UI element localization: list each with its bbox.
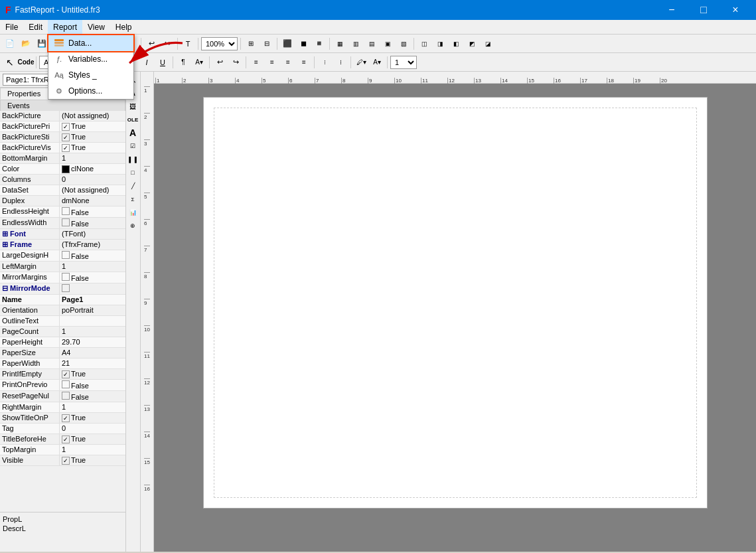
tool-shape[interactable]: □ xyxy=(126,166,139,179)
sep9 xyxy=(414,38,414,50)
ruler-tick: 8 xyxy=(341,78,368,84)
ruler-tick: 14 xyxy=(500,78,527,84)
svg-rect-2 xyxy=(54,44,64,46)
left-align-text[interactable]: ≡ xyxy=(249,55,264,70)
undo-button[interactable]: ↩ xyxy=(144,37,159,51)
size5-btn[interactable]: ◪ xyxy=(481,37,495,51)
menu-options[interactable]: ⚙ Options... xyxy=(48,83,133,99)
ruler-tick: 6 xyxy=(288,78,315,84)
report-page[interactable] xyxy=(203,97,708,509)
v-tick: 8 xyxy=(144,272,150,299)
band5-btn[interactable]: ▧ xyxy=(396,37,411,51)
text-button[interactable]: T xyxy=(181,37,195,51)
band3-btn[interactable]: ▤ xyxy=(364,37,379,51)
menu-edit[interactable]: Edit xyxy=(23,20,48,34)
tool-checkbox2[interactable]: ☑ xyxy=(126,139,139,153)
tool-picture[interactable]: 🖼 xyxy=(126,100,139,113)
frame-select[interactable]: 1 23 xyxy=(390,56,417,69)
prop-row: EndlessWidth False xyxy=(0,218,125,229)
size3-btn[interactable]: ◧ xyxy=(449,37,463,51)
open-button[interactable]: 📂 xyxy=(19,37,33,51)
size4-btn[interactable]: ◩ xyxy=(465,37,479,51)
rtl-btn[interactable]: ¶ xyxy=(176,55,190,70)
v-tick: 7 xyxy=(144,246,150,272)
line-spacing2[interactable]: ⁞ xyxy=(333,55,348,70)
highlight-btn[interactable]: 🖊▾ xyxy=(354,55,368,70)
ruler-tick: 9 xyxy=(368,78,394,84)
v-tick: 15 xyxy=(144,458,150,485)
tool-subreport[interactable]: Σ xyxy=(126,193,139,206)
tool-barcode[interactable]: ▌▐ xyxy=(126,153,139,166)
prop-font: ⊞ Font (TFont) xyxy=(0,229,125,240)
v-tick: 10 xyxy=(144,325,150,352)
size2-btn[interactable]: ◨ xyxy=(433,37,447,51)
tool-bigtext[interactable]: A xyxy=(126,126,139,139)
menu-view[interactable]: View xyxy=(82,20,110,34)
align-left-btn[interactable]: ⬛ xyxy=(280,37,295,51)
prop-row: PrintOnPrevio False xyxy=(0,380,125,391)
justify-align-text[interactable]: ≡ xyxy=(297,55,311,70)
align-right-btn[interactable]: ◾ xyxy=(312,37,327,51)
bg-color-btn[interactable]: A▾ xyxy=(370,55,384,70)
minimize-button[interactable]: − xyxy=(656,0,687,20)
canvas-wrapper: 1 2 3 4 5 6 7 8 9 10 11 12 13 14 xyxy=(141,72,756,552)
ruler-tick: 16 xyxy=(554,78,580,84)
prop-row: TopMargin 1 xyxy=(0,445,125,455)
v-tick: 14 xyxy=(144,432,150,458)
prop-row: BackPicture (Not assigned) xyxy=(0,111,125,121)
ruler-tick: 13 xyxy=(474,78,500,84)
save-button[interactable]: 💾 xyxy=(35,37,49,51)
svg-rect-1 xyxy=(54,42,64,44)
code-btn[interactable]: Code xyxy=(19,55,33,70)
grid2-btn[interactable]: ⊟ xyxy=(260,37,274,51)
menu-file[interactable]: File xyxy=(0,20,23,34)
fontcolor-btn[interactable]: A▾ xyxy=(192,55,206,70)
prop-row: LeftMargin 1 xyxy=(0,262,125,272)
ruler-tick: 19 xyxy=(633,78,660,84)
line-spacing1[interactable]: ⁝ xyxy=(317,55,332,70)
tool-line[interactable]: ╱ xyxy=(126,179,139,193)
menu-styles[interactable]: Aą Styles _ xyxy=(48,67,133,83)
maximize-button[interactable]: □ xyxy=(688,0,719,20)
zoom-select[interactable]: 100% 50% 75% 125% 150% 200% xyxy=(201,37,238,50)
undo2-btn[interactable]: ↩ xyxy=(212,55,227,70)
new-button[interactable]: 📄 xyxy=(3,37,17,51)
sep5 xyxy=(198,38,198,50)
italic-btn[interactable]: I xyxy=(139,55,154,70)
band2-btn[interactable]: ▥ xyxy=(348,37,363,51)
check-mirrormode xyxy=(62,284,70,292)
prop-row: PaperWidth 21 xyxy=(0,358,125,369)
align-center-btn[interactable]: ◼ xyxy=(296,37,311,51)
menu-data[interactable]: Data... xyxy=(48,35,133,51)
styles-icon: Aą xyxy=(54,70,64,80)
menu-help[interactable]: Help xyxy=(110,20,137,34)
menu-report[interactable]: Report xyxy=(48,20,82,34)
pointer-btn[interactable]: ↖ xyxy=(3,55,17,70)
grid-btn[interactable]: ⊞ xyxy=(244,37,258,51)
v-tick: 13 xyxy=(144,405,150,432)
redo-button[interactable]: ↪ xyxy=(160,37,175,51)
center-align-text[interactable]: ≡ xyxy=(265,55,279,70)
close-button[interactable]: × xyxy=(720,0,751,20)
tool-chart[interactable]: 📊 xyxy=(126,206,139,219)
styles-label: Styles _ xyxy=(68,70,97,80)
tool-cross[interactable]: ⊕ xyxy=(126,219,139,232)
menu-variables[interactable]: ƒ. Variables... xyxy=(48,51,133,67)
descrl-label: DescrL xyxy=(3,524,123,532)
bottom-props: PropL DescrL xyxy=(0,512,125,552)
redo2-btn[interactable]: ↪ xyxy=(228,55,243,70)
tab-events[interactable]: Events xyxy=(0,100,125,111)
band1-btn[interactable]: ▦ xyxy=(333,37,347,51)
prop-row: BottomMargin 1 xyxy=(0,153,125,164)
right-align-text[interactable]: ≡ xyxy=(281,55,295,70)
v-tick: 2 xyxy=(144,113,150,139)
band4-btn[interactable]: ▣ xyxy=(380,37,395,51)
props-panel: BackPicture (Not assigned) BackPicturePr… xyxy=(0,111,125,512)
tool-ole[interactable]: OLE xyxy=(126,113,139,126)
sep3 xyxy=(141,38,141,50)
size1-btn[interactable]: ◫ xyxy=(417,37,431,51)
options-label: Options... xyxy=(68,86,102,96)
ruler-ticks: 1 2 3 4 5 6 7 8 9 10 11 12 13 14 xyxy=(154,72,686,84)
variables-label: Variables... xyxy=(68,54,108,64)
underline-btn[interactable]: U xyxy=(155,55,170,70)
